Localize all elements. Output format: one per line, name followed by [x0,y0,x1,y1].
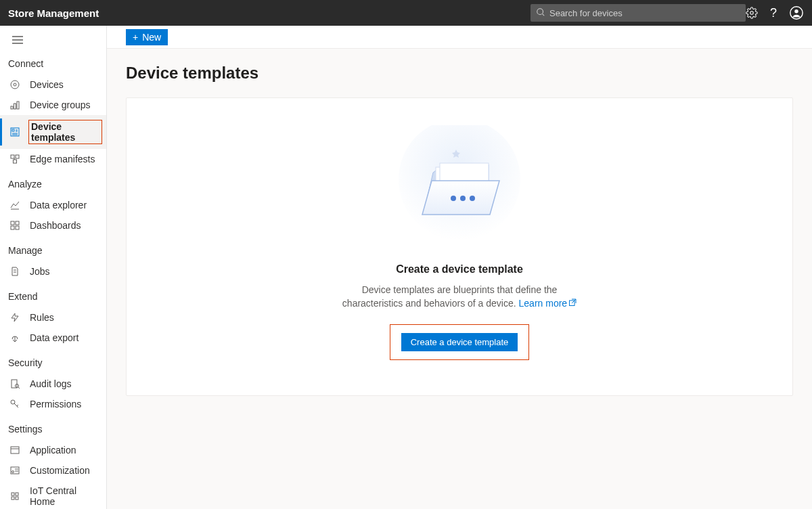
sidebar-item-customization[interactable]: Customization [0,460,106,481]
search-input[interactable] [549,8,740,18]
svg-line-1 [543,14,545,16]
sidebar-item-device-groups[interactable]: Device groups [0,95,106,115]
folder-illustration [388,125,531,247]
sidebar-item-label: Permissions [30,399,81,410]
svg-rect-25 [16,221,19,225]
devices-icon [9,79,20,90]
account-icon[interactable] [789,5,804,20]
search-icon [536,7,545,19]
help-icon[interactable]: ? [770,6,777,20]
sidebar-item-label: Device groups [30,99,91,110]
jobs-icon [9,266,20,277]
sidebar-item-label: Audit logs [30,378,71,389]
svg-rect-14 [12,129,14,131]
audit-icon [9,378,20,389]
svg-point-2 [750,12,754,15]
search-box[interactable] [531,4,746,22]
hamburger-icon[interactable] [0,28,106,54]
sidebar-item-data-export[interactable]: Data export [0,328,106,348]
learn-more-link[interactable]: Learn more [519,298,577,309]
groups-icon [9,99,20,110]
svg-rect-21 [14,160,17,163]
svg-rect-24 [11,221,14,225]
create-device-template-button[interactable]: Create a device template [401,333,518,351]
svg-rect-20 [16,155,19,158]
sidebar-item-label: Data export [30,332,78,343]
svg-rect-19 [11,155,14,158]
sidebar-item-label: Jobs [30,266,50,277]
command-bar: + New [107,26,812,49]
svg-point-0 [537,8,543,14]
nav-section-extend: Extend [0,287,106,307]
svg-point-4 [794,9,798,13]
nav-section-manage: Manage [0,241,106,261]
svg-rect-31 [12,380,17,388]
empty-state-description: Device templates are blueprints that def… [338,284,581,311]
app-icon [9,445,20,456]
custom-icon [9,465,20,476]
sidebar-item-label: Rules [30,312,54,323]
home-icon [9,491,20,502]
sidebar-item-label: Device templates [28,120,102,144]
nav-section-settings: Settings [0,420,106,440]
empty-state-card: Create a device template Device template… [126,97,793,396]
svg-line-36 [17,405,18,406]
settings-icon[interactable] [746,7,758,19]
plus-icon: + [133,32,138,42]
svg-point-40 [12,471,14,473]
svg-line-54 [572,299,576,303]
sidebar-item-application[interactable]: Application [0,440,106,460]
sidebar-item-label: Dashboards [30,220,81,231]
sidebar-item-edge-manifests[interactable]: Edge manifests [0,149,106,169]
explorer-icon [9,200,20,211]
empty-state-title: Create a device template [396,263,523,275]
external-link-icon [568,297,577,311]
sidebar-item-iot-central-home[interactable]: IoT Central Home [0,481,106,509]
svg-rect-46 [16,497,18,500]
sidebar-item-label: Edge manifests [30,154,95,164]
sidebar-item-jobs[interactable]: Jobs [0,261,106,282]
edge-icon [9,154,20,164]
templates-icon [9,127,20,137]
sidebar-item-dashboards[interactable]: Dashboards [0,215,106,236]
sidebar: Connect Devices Device groups Device tem… [0,26,107,509]
svg-rect-10 [11,106,13,109]
main-content: + New Device templates [107,26,812,509]
sidebar-item-audit-logs[interactable]: Audit logs [0,374,106,394]
sidebar-item-devices[interactable]: Devices [0,74,106,95]
svg-rect-12 [17,102,19,109]
nav-section-security: Security [0,353,106,374]
sidebar-item-device-templates[interactable]: Device templates [0,115,106,149]
sidebar-item-label: Application [30,445,76,456]
svg-rect-43 [12,493,14,495]
svg-rect-11 [14,104,16,109]
svg-rect-27 [16,226,19,229]
svg-point-9 [14,83,16,86]
dashboards-icon [9,220,20,231]
svg-line-33 [18,387,20,389]
sidebar-item-data-explorer[interactable]: Data explorer [0,195,106,215]
rules-icon [9,312,20,323]
sidebar-item-label: Data explorer [30,200,87,211]
svg-point-50 [451,196,456,201]
permissions-icon [9,399,20,410]
svg-rect-44 [16,493,18,495]
export-icon [9,332,20,343]
nav-section-connect: Connect [0,54,106,74]
highlighted-create-area: Create a device template [390,324,530,360]
sidebar-item-rules[interactable]: Rules [0,307,106,328]
sidebar-item-label: Devices [30,79,64,90]
svg-point-8 [11,81,19,89]
svg-point-51 [460,196,466,201]
page-title: Device templates [126,64,793,83]
svg-rect-37 [11,447,19,453]
svg-rect-45 [12,497,14,500]
svg-point-52 [470,196,475,201]
new-button-label: New [142,32,161,43]
app-title: Store Management [8,7,99,19]
svg-rect-26 [11,226,14,229]
sidebar-item-permissions[interactable]: Permissions [0,394,106,414]
new-button[interactable]: + New [126,29,168,45]
top-bar: Store Management ? [0,0,812,26]
sidebar-item-label: Customization [30,465,90,476]
